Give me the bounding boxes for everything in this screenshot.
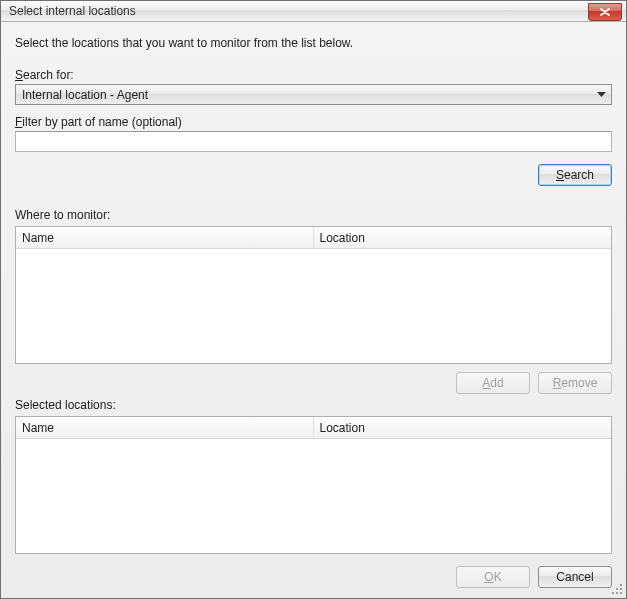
svg-rect-4: [616, 592, 618, 594]
monitor-col-location[interactable]: Location: [314, 227, 612, 248]
monitor-col-name[interactable]: Name: [16, 227, 314, 248]
instruction-text: Select the locations that you want to mo…: [15, 36, 612, 50]
selected-locations-label: Selected locations:: [15, 398, 612, 412]
search-for-label: Search for:: [15, 68, 612, 82]
selected-list-header: Name Location: [16, 417, 611, 439]
svg-rect-1: [616, 588, 618, 590]
selected-col-location[interactable]: Location: [314, 417, 612, 438]
selected-list-body: [16, 439, 611, 553]
monitor-listview[interactable]: Name Location: [15, 226, 612, 364]
filter-label: Filter by part of name (optional): [15, 115, 612, 129]
monitor-list-body: [16, 249, 611, 363]
ok-button: OK: [456, 566, 530, 588]
remove-button: Remove: [538, 372, 612, 394]
dialog-title: Select internal locations: [9, 4, 136, 18]
dialog-body: Select the locations that you want to mo…: [1, 22, 626, 598]
search-button[interactable]: Search: [538, 164, 612, 186]
svg-rect-2: [620, 588, 622, 590]
svg-rect-3: [612, 592, 614, 594]
selected-col-name[interactable]: Name: [16, 417, 314, 438]
selected-listview[interactable]: Name Location: [15, 416, 612, 554]
monitor-list-header: Name Location: [16, 227, 611, 249]
search-type-select[interactable]: Internal location - Agent: [15, 84, 612, 105]
svg-rect-5: [620, 592, 622, 594]
cancel-button[interactable]: Cancel: [538, 566, 612, 588]
resize-grip-icon: [610, 582, 624, 596]
filter-input[interactable]: [15, 131, 612, 152]
titlebar: Select internal locations: [1, 1, 626, 22]
svg-rect-0: [620, 584, 622, 586]
search-type-value: Internal location - Agent: [22, 88, 148, 102]
where-to-monitor-label: Where to monitor:: [15, 208, 612, 222]
add-button: Add: [456, 372, 530, 394]
dialog-window: Select internal locations Select the loc…: [0, 0, 627, 599]
close-button[interactable]: [588, 3, 622, 21]
close-icon: [600, 8, 610, 16]
